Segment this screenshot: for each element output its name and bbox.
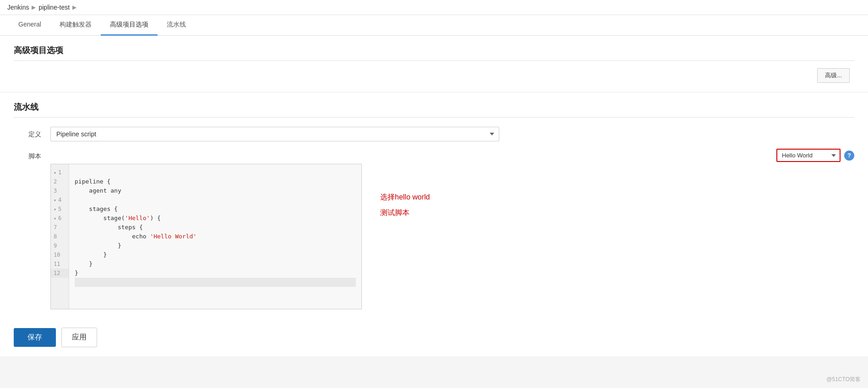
definition-select-wrap: Pipeline script xyxy=(50,127,854,141)
line-num-12: 12 xyxy=(51,269,69,278)
line-num-10: 10 xyxy=(51,250,69,259)
tab-general[interactable]: General xyxy=(9,15,50,36)
annotation-line1: 选择hello world xyxy=(380,191,854,203)
try-sample-wrap: Hello WorldScripted Pipeline xyxy=(776,149,841,162)
breadcrumb-sep2: ▶ xyxy=(72,4,76,11)
pipeline-section: 流水线 定义 Pipeline script 脚本 Hello WorldScr… xyxy=(0,92,868,318)
script-toolbar: Hello WorldScripted Pipeline ? xyxy=(50,149,854,162)
line-num-3: 3 xyxy=(51,186,69,195)
tab-pipeline[interactable]: 流水线 xyxy=(158,15,195,36)
code-area-with-annotation: ▾1 2 3 ▾4 ▾5 ▾6 7 8 9 10 xyxy=(50,164,854,309)
bottom-buttons: 保存 应用 xyxy=(0,318,868,356)
advanced-button[interactable]: 高级... xyxy=(817,68,850,83)
tab-triggers[interactable]: 构建触发器 xyxy=(50,15,101,36)
line-num-6: ▾6 xyxy=(51,214,69,223)
line-num-8: 8 xyxy=(51,232,69,241)
definition-label: 定义 xyxy=(14,127,41,139)
annotation-line2: 测试脚本 xyxy=(380,207,854,219)
definition-select[interactable]: Pipeline script xyxy=(50,127,499,141)
tab-advanced-options[interactable]: 高级项目选项 xyxy=(101,15,158,36)
tabs-bar: General 构建触发器 高级项目选项 流水线 xyxy=(0,15,868,36)
breadcrumb-sep1: ▶ xyxy=(32,4,36,11)
code-editor-inner: ▾1 2 3 ▾4 ▾5 ▾6 7 8 9 10 xyxy=(51,164,361,309)
line-numbers: ▾1 2 3 ▾4 ▾5 ▾6 7 8 9 10 xyxy=(51,164,69,309)
advanced-section-title: 高级项目选项 xyxy=(14,45,854,61)
main-content: General 构建触发器 高级项目选项 流水线 高级项目选项 高级... 流水… xyxy=(0,15,868,356)
sample-select[interactable]: Hello WorldScripted Pipeline xyxy=(776,149,841,162)
script-row: 脚本 Hello WorldScripted Pipeline ? xyxy=(14,149,854,309)
script-content: Hello WorldScripted Pipeline ? ▾1 2 xyxy=(50,149,854,309)
code-editor[interactable]: ▾1 2 3 ▾4 ▾5 ▾6 7 8 9 10 xyxy=(50,164,362,309)
line-num-9: 9 xyxy=(51,241,69,250)
line-num-2: 2 xyxy=(51,177,69,186)
line-num-4: ▾4 xyxy=(51,195,69,205)
code-editor-wrap: ▾1 2 3 ▾4 ▾5 ▾6 7 8 9 10 xyxy=(50,164,362,309)
advanced-section: 高级项目选项 高级... xyxy=(0,36,868,92)
line-num-11: 11 xyxy=(51,259,69,269)
line-num-7: 7 xyxy=(51,223,69,232)
annotation-block: 选择hello world 测试脚本 xyxy=(362,164,854,309)
pipeline-section-title: 流水线 xyxy=(14,102,854,118)
breadcrumb-jenkins[interactable]: Jenkins xyxy=(7,4,29,11)
line-num-5: ▾5 xyxy=(51,205,69,214)
save-button[interactable]: 保存 xyxy=(14,328,56,347)
definition-row: 定义 Pipeline script xyxy=(14,127,854,141)
apply-button[interactable]: 应用 xyxy=(61,328,97,347)
breadcrumb-project[interactable]: pipline-test xyxy=(38,4,70,11)
script-label: 脚本 xyxy=(14,149,41,161)
help-icon[interactable]: ? xyxy=(844,151,854,161)
line-num-1: ▾1 xyxy=(51,168,69,177)
breadcrumb: Jenkins ▶ pipline-test ▶ xyxy=(0,0,868,15)
code-lines[interactable]: pipeline { agent any stages { stage('Hel… xyxy=(69,164,361,309)
